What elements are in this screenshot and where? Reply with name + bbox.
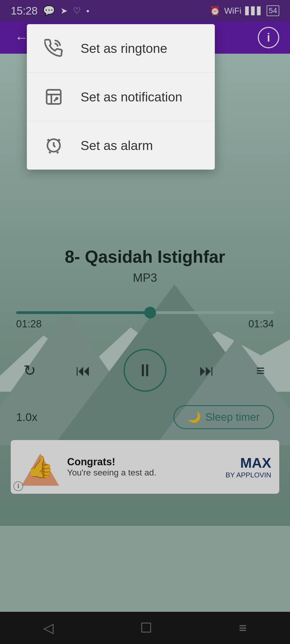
svg-line-6: [59, 139, 60, 141]
svg-line-7: [49, 152, 51, 153]
svg-rect-0: [47, 90, 61, 104]
context-menu: Set as ringtone Set as notification: [27, 24, 215, 170]
alarm-label: Set as alarm: [81, 138, 153, 153]
dropdown-overlay[interactable]: Set as ringtone Set as notification: [0, 0, 290, 644]
alarm-clock-icon: [43, 135, 64, 156]
menu-item-alarm[interactable]: Set as alarm: [27, 121, 215, 170]
svg-line-5: [48, 139, 49, 141]
notification-icon: [43, 86, 64, 108]
menu-item-ringtone[interactable]: Set as ringtone: [27, 24, 215, 73]
ringtone-label: Set as ringtone: [81, 41, 167, 56]
notification-label: Set as notification: [81, 90, 182, 104]
phone-ring-icon: [43, 38, 64, 59]
menu-item-notification[interactable]: Set as notification: [27, 73, 215, 121]
svg-line-8: [57, 152, 59, 153]
